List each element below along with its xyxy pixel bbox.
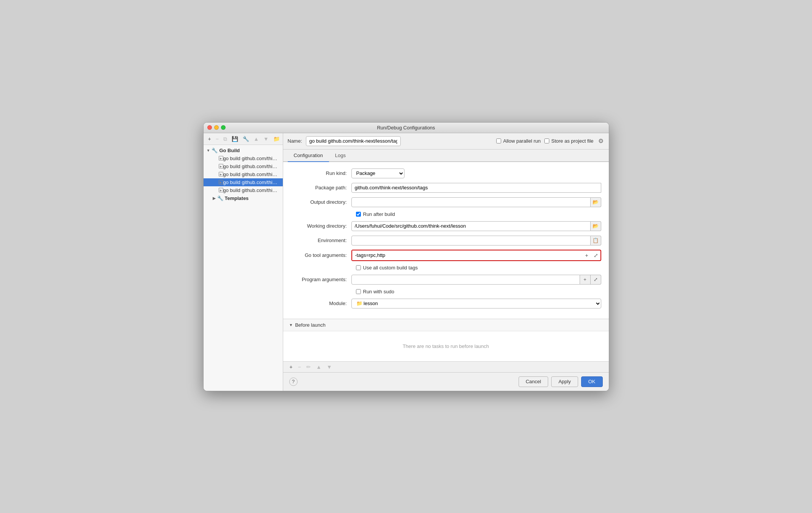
- save-config-button[interactable]: 💾: [230, 135, 240, 142]
- store-as-project-label[interactable]: Store as project file: [544, 138, 593, 144]
- templates-expand-arrow: ▶: [213, 196, 216, 200]
- before-launch-arrow: ▼: [289, 323, 293, 327]
- run-after-build-row: Run after build: [291, 211, 601, 217]
- before-launch-title: Before launch: [295, 322, 325, 328]
- go-tool-arguments-label: Go tool arguments:: [291, 252, 351, 258]
- tree-item-4[interactable]: ▶ go build github.com/think-next/lesson/…: [204, 186, 283, 194]
- add-config-button[interactable]: +: [207, 135, 213, 142]
- tree-item-3[interactable]: ▶ go build github.com/think-next/lesson/…: [204, 178, 283, 186]
- fullscreen-button[interactable]: [221, 125, 226, 130]
- bottom-bar: ? Cancel Apply OK: [283, 372, 609, 391]
- package-path-label: Package path:: [291, 185, 351, 190]
- settings-button[interactable]: 🔧: [241, 135, 251, 142]
- package-path-row: Package path:: [291, 183, 601, 193]
- remove-config-button[interactable]: −: [214, 135, 220, 142]
- config-file-icon-3: ▶: [219, 180, 223, 184]
- expand-arrow: ▼: [207, 148, 210, 153]
- move-down-button[interactable]: ▼: [262, 135, 270, 142]
- go-tool-expand-button[interactable]: ⤢: [591, 251, 600, 260]
- templates-group-label: Templates: [225, 195, 249, 201]
- run-kind-row: Run kind: Package: [291, 168, 601, 179]
- copy-config-button[interactable]: ⧉: [222, 135, 229, 142]
- go-build-group[interactable]: ▼ 🔧 Go Build: [204, 146, 283, 154]
- working-directory-label: Working directory:: [291, 223, 351, 229]
- environment-row: Environment: 📋: [291, 235, 601, 246]
- config-file-icon: ▶: [219, 156, 223, 161]
- output-directory-browse-button[interactable]: 📂: [591, 197, 601, 207]
- go-build-group-label: Go Build: [219, 148, 240, 153]
- environment-input[interactable]: [351, 236, 591, 245]
- run-kind-select[interactable]: Package: [351, 168, 404, 178]
- titlebar: Run/Debug Configurations: [204, 123, 609, 133]
- working-directory-input[interactable]: [351, 221, 591, 231]
- go-tool-arguments-wrapper: + ⤢: [351, 250, 601, 261]
- allow-parallel-label[interactable]: Allow parallel run: [496, 138, 541, 144]
- working-directory-browse-button[interactable]: 📂: [591, 221, 601, 231]
- output-directory-label: Output directory:: [291, 199, 351, 205]
- go-tool-add-button[interactable]: +: [582, 251, 591, 260]
- module-select[interactable]: 📁 lesson: [351, 299, 601, 308]
- templates-wrench-icon: 🔧: [217, 195, 223, 201]
- tabs-bar: Configuration Logs: [283, 149, 609, 162]
- module-row: Module: 📁 lesson: [291, 298, 601, 309]
- main-layout: + − ⧉ 💾 🔧 ▲ ▼ 📁 ⇅ ▼ 🔧 Go Build ▶: [204, 133, 609, 391]
- run-with-sudo-label[interactable]: Run with sudo: [356, 289, 394, 294]
- before-launch-add-button[interactable]: +: [288, 363, 295, 371]
- use-custom-build-tags-checkbox[interactable]: [356, 265, 361, 270]
- templates-group[interactable]: ▶ 🔧 Templates: [204, 194, 283, 202]
- tree-item-label-1: go build github.com/think-next/lesson/h: [223, 164, 280, 169]
- before-launch-section: ▼ Before launch There are no tasks to ru…: [283, 319, 609, 372]
- close-button[interactable]: [207, 125, 212, 130]
- help-button[interactable]: ?: [289, 378, 298, 386]
- tree-item-2[interactable]: ▶ go build github.com/think-next/lesson/…: [204, 170, 283, 178]
- allow-parallel-checkbox[interactable]: [496, 138, 501, 143]
- traffic-lights: [207, 125, 226, 130]
- program-arguments-row: Program arguments: + ⤢: [291, 274, 601, 285]
- configuration-tree: ▼ 🔧 Go Build ▶ go build github.com/think…: [204, 145, 283, 391]
- program-arguments-control: + ⤢: [351, 275, 601, 285]
- program-arguments-input[interactable]: [351, 275, 580, 285]
- run-kind-control: Package: [351, 168, 601, 178]
- folder-button[interactable]: 📁: [272, 135, 281, 142]
- name-input[interactable]: [306, 136, 401, 146]
- config-file-icon-4: ▶: [219, 188, 223, 192]
- run-after-build-checkbox[interactable]: [356, 212, 361, 217]
- package-path-input[interactable]: [351, 183, 601, 193]
- tree-item-label-3: go build github.com/think-next/lesson/t: [223, 179, 280, 185]
- before-launch-move-down-button[interactable]: ▼: [325, 363, 334, 371]
- environment-edit-button[interactable]: 📋: [591, 236, 601, 245]
- move-up-button[interactable]: ▲: [252, 135, 260, 142]
- tree-item-1[interactable]: ▶ go build github.com/think-next/lesson/…: [204, 162, 283, 170]
- config-file-icon-2: ▶: [219, 172, 223, 176]
- use-custom-build-tags-label[interactable]: Use all custom build tags: [356, 265, 418, 271]
- run-debug-configurations-window: Run/Debug Configurations + − ⧉ 💾 🔧 ▲ ▼ 📁…: [203, 122, 609, 391]
- environment-control: 📋: [351, 236, 601, 245]
- before-launch-edit-button[interactable]: ✏: [304, 363, 313, 371]
- store-as-project-checkbox[interactable]: [544, 138, 549, 143]
- go-tool-arguments-input[interactable]: [352, 250, 582, 260]
- working-directory-control: 📂: [351, 221, 601, 231]
- output-directory-input[interactable]: [351, 197, 591, 207]
- program-arguments-label: Program arguments:: [291, 277, 351, 282]
- run-after-build-label[interactable]: Run after build: [356, 211, 395, 217]
- before-launch-header[interactable]: ▼ Before launch: [283, 319, 609, 331]
- module-select-wrapper: 📁 lesson: [351, 299, 601, 308]
- tab-configuration[interactable]: Configuration: [288, 149, 329, 162]
- right-content: Name: Allow parallel run Store as projec…: [283, 133, 609, 391]
- minimize-button[interactable]: [214, 125, 219, 130]
- run-with-sudo-checkbox[interactable]: [356, 289, 361, 294]
- program-arguments-expand-button[interactable]: ⤢: [591, 275, 601, 285]
- before-launch-move-up-button[interactable]: ▲: [314, 363, 323, 371]
- before-launch-remove-button[interactable]: −: [296, 363, 303, 371]
- window-title: Run/Debug Configurations: [204, 125, 609, 131]
- gear-button[interactable]: ⚙: [597, 137, 604, 145]
- left-toolbar: + − ⧉ 💾 🔧 ▲ ▼ 📁 ⇅: [204, 133, 283, 145]
- program-arguments-add-button[interactable]: +: [580, 275, 591, 285]
- apply-button[interactable]: Apply: [551, 376, 578, 387]
- output-directory-row: Output directory: 📂: [291, 197, 601, 208]
- run-with-sudo-row: Run with sudo: [291, 289, 601, 294]
- cancel-button[interactable]: Cancel: [519, 376, 548, 387]
- ok-button[interactable]: OK: [581, 376, 603, 387]
- tab-logs[interactable]: Logs: [329, 149, 352, 162]
- tree-item-0[interactable]: ▶ go build github.com/think-next/lesson/…: [204, 154, 283, 162]
